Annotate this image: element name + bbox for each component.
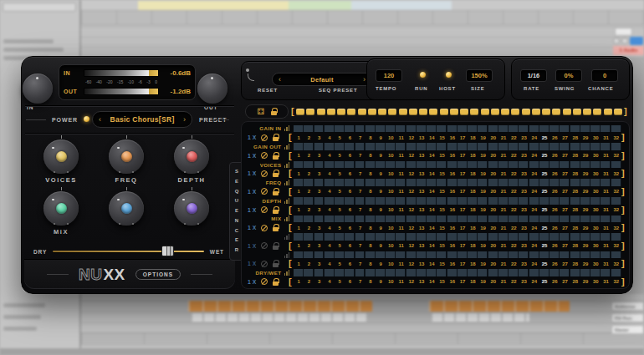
row-speed-value[interactable]: 1 X: [248, 261, 256, 266]
step-enable-block[interactable]: [614, 109, 622, 115]
row-lock-icon[interactable]: [273, 173, 279, 177]
seq-preset-prev-arrow[interactable]: ‹: [279, 75, 281, 84]
step-enable-block[interactable]: [337, 109, 345, 115]
daw-circle-icon[interactable]: [621, 38, 628, 44]
step-enable-block[interactable]: [368, 109, 376, 115]
row-speed-value[interactable]: 1 X: [248, 153, 256, 159]
row-bypass-icon[interactable]: [261, 278, 268, 285]
row-bypass-icon[interactable]: [261, 242, 268, 249]
step-enable-block[interactable]: [440, 109, 448, 115]
daw-bottom-timeline[interactable]: [81, 332, 644, 344]
step-enable-block[interactable]: [501, 109, 509, 115]
daw-circle-icon[interactable]: [613, 38, 620, 44]
row-speed-value[interactable]: 1 X: [248, 207, 256, 213]
seq-step-cells[interactable]: [294, 125, 621, 133]
run-led[interactable]: [420, 72, 426, 78]
step-enable-block[interactable]: [573, 109, 581, 115]
dry-wet-track[interactable]: [53, 251, 204, 252]
daw-track-name[interactable]: Master: [611, 325, 644, 334]
seq-step-cells[interactable]: [294, 161, 621, 169]
row-speed-value[interactable]: 1 X: [248, 279, 256, 285]
seq-step-cells[interactable]: [294, 197, 621, 205]
daw-search-box[interactable]: [3, 3, 76, 12]
row-bypass-icon[interactable]: [261, 188, 268, 195]
step-enable-block[interactable]: [511, 109, 519, 115]
step-enable-block[interactable]: [542, 109, 550, 115]
step-enable-block[interactable]: [481, 109, 489, 115]
step-enable-block[interactable]: [470, 109, 478, 115]
daw-white-clip[interactable]: [431, 313, 529, 322]
row-lock-icon[interactable]: [273, 137, 279, 141]
daw-white-clip[interactable]: [191, 313, 366, 322]
step-enable-block[interactable]: [317, 109, 325, 115]
knob-mix[interactable]: [43, 191, 79, 226]
row-lock-icon[interactable]: [273, 155, 279, 160]
options-button[interactable]: OPTIONS: [135, 269, 181, 280]
dry-wet-handle[interactable]: [161, 246, 174, 256]
output-gain-knob[interactable]: [197, 74, 227, 104]
step-enable-block[interactable]: [583, 109, 591, 115]
knob-voices[interactable]: [43, 139, 79, 174]
dice-icon[interactable]: ⚃: [257, 108, 264, 116]
step-enable-block[interactable]: [378, 109, 386, 115]
rate-field[interactable]: 1/16: [520, 69, 547, 82]
row-speed-value[interactable]: 1 X: [248, 225, 256, 231]
seq-step-cells[interactable]: [294, 143, 621, 150]
daw-track-name[interactable]: FM Perc: [611, 313, 644, 322]
daw-audio-track-header[interactable]: 1 Audio: [613, 46, 644, 55]
step-enable-block[interactable]: [563, 109, 571, 115]
step-enable-block[interactable]: [388, 109, 396, 115]
chance-field[interactable]: 0: [591, 69, 618, 82]
seq-preset-next-arrow[interactable]: ›: [363, 75, 365, 84]
row-speed-value[interactable]: 1 X: [248, 170, 256, 176]
step-enable-block[interactable]: [593, 109, 601, 115]
step-enable-block[interactable]: [409, 109, 417, 115]
preset-selector[interactable]: ‹ Basic Chorus[SR] ›: [92, 111, 192, 128]
step-enable-block[interactable]: [419, 109, 427, 115]
row-speed-value[interactable]: 1 X: [248, 134, 256, 140]
preset-prev-arrow[interactable]: ‹: [99, 115, 101, 124]
row-lock-icon[interactable]: [273, 191, 279, 195]
step-enable-block[interactable]: [358, 109, 366, 115]
step-enable-block[interactable]: [460, 109, 468, 115]
row-lock-icon[interactable]: [273, 263, 279, 267]
knob-freq[interactable]: [109, 139, 144, 174]
knob-unassigned-4[interactable]: [109, 191, 144, 226]
preset-next-arrow[interactable]: ›: [183, 115, 186, 124]
daw-orange-clip[interactable]: [188, 301, 372, 312]
seq-step-cells[interactable]: [294, 251, 621, 259]
reset-dot-icon[interactable]: [246, 68, 249, 72]
reset-arrow-icon[interactable]: [248, 74, 254, 81]
knob-unassigned-5[interactable]: [174, 191, 209, 226]
row-bypass-icon[interactable]: [261, 170, 268, 177]
step-enable-block[interactable]: [491, 109, 499, 115]
step-enable-block[interactable]: [399, 109, 407, 115]
row-bypass-icon[interactable]: [261, 261, 268, 267]
step-enable-block[interactable]: [327, 109, 335, 115]
row-speed-value[interactable]: 1 X: [248, 189, 256, 195]
step-enable-block[interactable]: [552, 109, 560, 115]
step-enable-block[interactable]: [296, 109, 304, 115]
row-lock-icon[interactable]: [273, 227, 279, 231]
row-bypass-icon[interactable]: [261, 152, 268, 159]
seq-step-cells[interactable]: [294, 216, 621, 223]
host-led[interactable]: [446, 72, 452, 78]
size-field[interactable]: 150%: [466, 69, 493, 82]
step-enable-block[interactable]: [306, 109, 314, 115]
row-bypass-icon[interactable]: [261, 225, 268, 231]
swing-field[interactable]: 0%: [555, 69, 582, 82]
seq-preset-selector[interactable]: ‹ Default ›: [272, 73, 372, 86]
daw-orange-clip[interactable]: [429, 301, 570, 312]
daw-blue-icon[interactable]: [630, 37, 643, 45]
daw-track-name[interactable]: Ambience: [611, 302, 644, 311]
step-enable-block[interactable]: [522, 109, 530, 115]
seq-step-cells[interactable]: [294, 179, 621, 186]
seq-step-cells[interactable]: [294, 269, 621, 276]
step-enable-block[interactable]: [532, 109, 540, 115]
power-led[interactable]: [84, 116, 89, 122]
input-gain-knob[interactable]: [23, 74, 53, 104]
step-enable-block[interactable]: [429, 109, 437, 115]
row-lock-icon[interactable]: [273, 210, 279, 214]
step-enable-block[interactable]: [347, 109, 355, 115]
row-bypass-icon[interactable]: [261, 134, 268, 141]
